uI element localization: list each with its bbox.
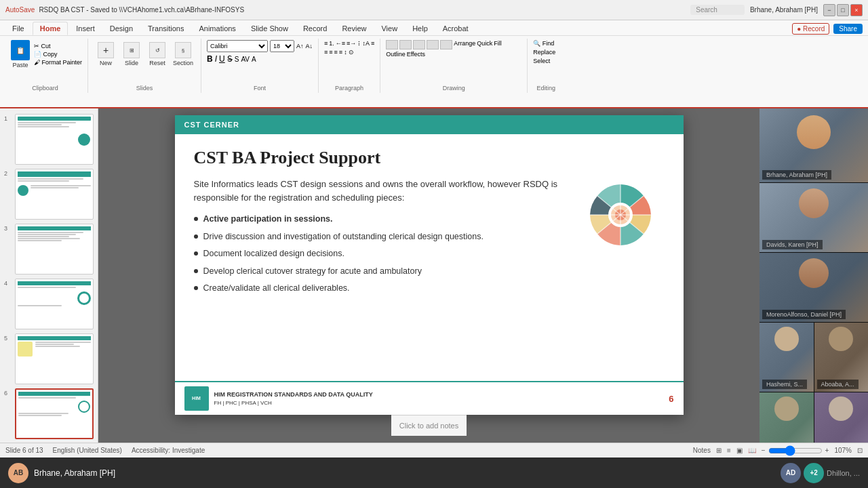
shape-btn-3[interactable] bbox=[413, 40, 425, 49]
tab-slideshow[interactable]: Slide Show bbox=[244, 22, 295, 35]
align-left-btn[interactable]: ≡ bbox=[324, 49, 328, 56]
bullet-dot-3 bbox=[194, 251, 198, 256]
view-reading-btn[interactable]: 📖 bbox=[748, 447, 756, 454]
slide-img-6[interactable] bbox=[15, 388, 94, 439]
extra-count-label: +2 bbox=[810, 469, 817, 476]
charspace-btn[interactable]: AV bbox=[241, 56, 250, 63]
tab-file[interactable]: File bbox=[5, 22, 31, 35]
tab-acrobat[interactable]: Acrobat bbox=[436, 22, 475, 35]
effects-btn[interactable]: Effects bbox=[407, 51, 425, 58]
slide-img-2[interactable] bbox=[15, 169, 94, 220]
slide-thumb-3[interactable]: 3 bbox=[4, 224, 94, 274]
notes-toggle-btn[interactable]: Notes bbox=[693, 447, 711, 454]
slide-img-5[interactable] bbox=[15, 333, 94, 384]
ad-avatar[interactable]: AD bbox=[781, 463, 801, 483]
close-btn[interactable]: × bbox=[850, 4, 863, 16]
italic-btn[interactable]: I bbox=[215, 54, 217, 64]
shape-btn-4[interactable] bbox=[427, 40, 439, 49]
slide-thumb-5[interactable]: 5 bbox=[4, 333, 94, 384]
slide-thumb-1[interactable]: 1 bbox=[4, 114, 94, 165]
replace-btn[interactable]: Replace bbox=[533, 49, 555, 56]
select-btn[interactable]: Select bbox=[533, 58, 555, 64]
textdirection-btn[interactable]: ↕A bbox=[362, 40, 370, 47]
font-size-select[interactable]: 18 bbox=[270, 40, 294, 52]
slide-thumb-6[interactable]: 6 bbox=[4, 388, 94, 439]
share-btn[interactable]: Share bbox=[833, 24, 863, 34]
tab-help[interactable]: Help bbox=[406, 22, 435, 35]
record-btn[interactable]: ● Record bbox=[792, 23, 829, 35]
presenter-initials: AB bbox=[14, 469, 23, 476]
layout-btn[interactable]: ⊞ Slide bbox=[119, 40, 144, 68]
zoom-slider[interactable]: − + bbox=[762, 445, 829, 456]
linespace-btn[interactable]: ↕ bbox=[344, 49, 347, 56]
smartart-btn[interactable]: ⊙ bbox=[349, 49, 354, 56]
tab-record[interactable]: Record bbox=[296, 22, 334, 35]
format-painter-btn[interactable]: 🖌 Format Painter bbox=[34, 59, 82, 66]
tab-transitions[interactable]: Transitions bbox=[141, 22, 191, 35]
extra-count-btn[interactable]: +2 bbox=[804, 463, 824, 483]
font-family-select[interactable]: Calibri bbox=[207, 40, 268, 52]
tab-review[interactable]: Review bbox=[335, 22, 373, 35]
arrange-btn[interactable]: Arrange bbox=[454, 40, 475, 49]
zoom-range[interactable] bbox=[768, 445, 823, 456]
tab-home[interactable]: Home bbox=[33, 22, 68, 35]
minimize-btn[interactable]: − bbox=[823, 4, 835, 16]
slide-img-3[interactable] bbox=[15, 224, 94, 274]
bullets-btn[interactable]: ≡ bbox=[324, 40, 328, 47]
decrease-font-btn[interactable]: A↓ bbox=[306, 43, 313, 49]
align-center-btn[interactable]: ≡ bbox=[329, 49, 332, 56]
slide-body: CST BA Project Support Site Informatics … bbox=[175, 134, 684, 381]
language-label: English (United States) bbox=[53, 447, 122, 454]
slide-img-1[interactable] bbox=[15, 114, 94, 165]
quick-styles-btn[interactable]: Quick bbox=[477, 40, 492, 49]
columns-btn[interactable]: ⫶ bbox=[357, 40, 361, 47]
paste-btn[interactable]: 📋 Paste bbox=[8, 40, 33, 68]
video-name-moreno: MorenoAlfonso, Daniel [PH] bbox=[762, 310, 846, 319]
tab-view[interactable]: View bbox=[374, 22, 404, 35]
indent-increase-btn[interactable]: ≡→ bbox=[347, 40, 356, 47]
underline-btn[interactable]: U bbox=[219, 54, 225, 64]
increase-font-btn[interactable]: A↑ bbox=[296, 43, 304, 49]
tab-design[interactable]: Design bbox=[103, 22, 140, 35]
justify-btn[interactable]: ≡ bbox=[339, 49, 342, 56]
fit-slide-btn[interactable]: ⊡ bbox=[857, 447, 863, 454]
view-slide-btn[interactable]: ▣ bbox=[736, 447, 743, 454]
indent-decrease-btn[interactable]: ←≡ bbox=[336, 40, 345, 47]
reset-btn[interactable]: ↺ Reset bbox=[145, 40, 170, 68]
slide-thumb-4[interactable]: 4 bbox=[4, 279, 94, 329]
align-text-btn[interactable]: ≡ bbox=[371, 40, 374, 47]
slide-thumb-2[interactable]: 2 bbox=[4, 169, 94, 220]
copy-btn[interactable]: 📄 Copy bbox=[34, 51, 82, 58]
fill-btn[interactable]: Fill bbox=[494, 40, 502, 49]
new-slide-btn[interactable]: + New bbox=[94, 40, 118, 68]
find-btn[interactable]: 🔍 Find bbox=[533, 40, 555, 47]
shape-btn-2[interactable] bbox=[399, 40, 412, 49]
shape-btn-1[interactable] bbox=[386, 40, 398, 49]
shadow-btn[interactable]: S bbox=[235, 56, 239, 63]
outline-btn[interactable]: Outline bbox=[386, 51, 406, 58]
bullet-item-4: Develop clerical cutover strategy for ac… bbox=[194, 266, 566, 278]
fontcolor-btn[interactable]: A bbox=[252, 56, 256, 63]
slide-container[interactable]: CST CERNER CST BA Project Support Site I… bbox=[175, 115, 684, 415]
strikethrough-btn[interactable]: S̶ bbox=[227, 54, 233, 64]
tab-animations[interactable]: Animations bbox=[192, 22, 242, 35]
footer-text-block: HIM REGISTRATION STANDARDS AND DATA QUAL… bbox=[214, 390, 373, 407]
view-outline-btn[interactable]: ≡ bbox=[727, 447, 731, 454]
shape-btn-5[interactable] bbox=[440, 40, 452, 49]
font-label: Font bbox=[254, 85, 266, 92]
video-panel: Brhane, Abraham [PH] Davids, Karen [PH] … bbox=[760, 108, 868, 443]
section-btn[interactable]: § Section bbox=[171, 40, 195, 68]
dhillon-name: Dhillon, ... bbox=[827, 469, 860, 477]
view-normal-btn[interactable]: ⊞ bbox=[716, 447, 722, 454]
cut-btn[interactable]: ✂ Cut bbox=[34, 43, 82, 49]
notes-bar[interactable]: Click to add notes bbox=[391, 415, 467, 436]
align-right-btn[interactable]: ≡ bbox=[334, 49, 338, 56]
restore-btn[interactable]: □ bbox=[837, 4, 849, 16]
numbering-btn[interactable]: 1. bbox=[329, 40, 334, 47]
tab-insert[interactable]: Insert bbox=[69, 22, 102, 35]
bold-btn[interactable]: B bbox=[207, 54, 213, 64]
bullet-text-1: Active participation in sessions. bbox=[203, 214, 333, 226]
search-box[interactable]: Search bbox=[690, 5, 745, 15]
window-controls[interactable]: − □ × bbox=[823, 4, 863, 16]
slide-img-4[interactable] bbox=[15, 279, 94, 329]
